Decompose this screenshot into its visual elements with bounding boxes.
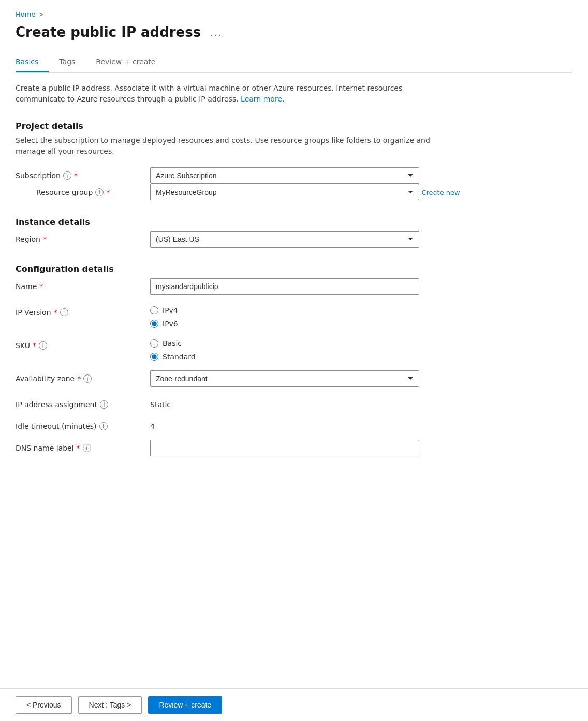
sku-basic-label: Basic: [163, 339, 182, 348]
idle-timeout-info-icon[interactable]: i: [99, 422, 108, 430]
name-control: [150, 278, 481, 295]
resource-group-select[interactable]: MyResourceGroup: [150, 184, 419, 200]
breadcrumb: Home >: [16, 10, 572, 18]
ellipsis-button[interactable]: ...: [207, 25, 225, 39]
page-title: Create public IP address: [16, 24, 201, 40]
dns-name-label-info-icon[interactable]: i: [83, 444, 91, 452]
subscription-label: Subscription i *: [16, 167, 150, 180]
dns-name-label-row: DNS name label * i: [16, 440, 481, 456]
ip-version-radio-group: IPv4 IPv6: [150, 304, 481, 328]
ip-version-ipv4-option[interactable]: IPv4: [150, 306, 481, 314]
ip-version-ipv6-radio[interactable]: [150, 320, 158, 328]
tab-basics[interactable]: Basics: [16, 52, 49, 72]
project-details-title: Project details: [16, 121, 572, 131]
name-row: Name *: [16, 278, 481, 295]
ip-address-assignment-row: IP address assignment i Static: [16, 396, 481, 409]
sku-control: Basic Standard: [150, 337, 481, 361]
ip-address-assignment-label: IP address assignment i: [16, 396, 150, 409]
idle-timeout-value: 4: [150, 418, 481, 430]
sku-info-icon[interactable]: i: [39, 341, 47, 350]
region-control: (US) East US: [150, 231, 481, 248]
dns-name-label-control: [150, 440, 481, 456]
ip-version-ipv6-label: IPv6: [163, 320, 178, 328]
sku-standard-option[interactable]: Standard: [150, 353, 481, 361]
ip-version-ipv6-option[interactable]: IPv6: [150, 320, 481, 328]
previous-button[interactable]: < Previous: [16, 696, 72, 714]
ip-version-ipv4-radio[interactable]: [150, 306, 158, 314]
page-description: Create a public IP address. Associate it…: [16, 83, 440, 105]
ip-address-assignment-info-icon[interactable]: i: [100, 400, 108, 409]
page-title-row: Create public IP address ...: [16, 24, 572, 40]
tabs-container: Basics Tags Review + create: [16, 52, 572, 73]
availability-zone-info-icon[interactable]: i: [83, 374, 92, 383]
resource-group-row: Resource group i * MyResourceGroup Creat…: [36, 184, 502, 200]
project-details-section: Project details Select the subscription …: [16, 121, 572, 200]
instance-details-title: Instance details: [16, 217, 572, 227]
resource-group-label: Resource group i *: [36, 184, 150, 196]
idle-timeout-label: Idle timeout (minutes) i: [16, 418, 150, 430]
home-link[interactable]: Home: [16, 10, 35, 18]
project-details-description: Select the subscription to manage deploy…: [16, 135, 440, 157]
sku-standard-radio[interactable]: [150, 353, 158, 361]
sku-label: SKU * i: [16, 337, 150, 350]
review-create-button[interactable]: Review + create: [148, 696, 222, 714]
sku-basic-radio[interactable]: [150, 339, 158, 348]
subscription-row: Subscription i * Azure Subscription: [16, 167, 481, 184]
create-new-link[interactable]: Create new: [421, 189, 460, 196]
resource-group-info-icon[interactable]: i: [95, 188, 104, 196]
region-row: Region * (US) East US: [16, 231, 481, 248]
sku-row: SKU * i Basic Standard: [16, 337, 481, 361]
ip-version-control: IPv4 IPv6: [150, 304, 481, 328]
subscription-info-icon[interactable]: i: [63, 171, 71, 180]
subscription-control: Azure Subscription: [150, 167, 481, 184]
availability-zone-label: Availability zone * i: [16, 370, 150, 383]
learn-more-link[interactable]: Learn more.: [241, 95, 284, 103]
name-label: Name *: [16, 278, 150, 291]
resource-group-control: MyResourceGroup Create new: [150, 184, 502, 200]
ip-address-assignment-static: Static: [150, 396, 481, 409]
subscription-select[interactable]: Azure Subscription: [150, 167, 419, 184]
sku-standard-label: Standard: [163, 353, 196, 361]
configuration-details-section: Configuration details Name * IP Version …: [16, 264, 572, 456]
dns-name-label-label: DNS name label * i: [16, 440, 150, 452]
dns-name-label-input[interactable]: [150, 440, 419, 456]
breadcrumb-separator: >: [38, 11, 43, 18]
ip-version-ipv4-label: IPv4: [163, 306, 178, 314]
name-input[interactable]: [150, 278, 419, 295]
region-label: Region *: [16, 231, 150, 243]
availability-zone-row: Availability zone * i Zone-redundant: [16, 370, 481, 387]
ip-version-row: IP Version * i IPv4 IPv6: [16, 304, 481, 328]
sku-basic-option[interactable]: Basic: [150, 339, 481, 348]
instance-details-section: Instance details Region * (US) East US: [16, 217, 572, 248]
idle-timeout-row: Idle timeout (minutes) i 4: [16, 418, 481, 430]
configuration-details-title: Configuration details: [16, 264, 572, 274]
tab-tags[interactable]: Tags: [59, 52, 85, 72]
ip-address-assignment-value: Static: [150, 396, 481, 409]
availability-zone-control: Zone-redundant: [150, 370, 481, 387]
footer: < Previous Next : Tags > Review + create: [0, 688, 588, 721]
tab-review-create[interactable]: Review + create: [96, 52, 166, 72]
sku-radio-group: Basic Standard: [150, 337, 481, 361]
availability-zone-select[interactable]: Zone-redundant: [150, 370, 419, 387]
idle-timeout-static: 4: [150, 418, 481, 430]
ip-version-info-icon[interactable]: i: [60, 308, 68, 316]
region-select[interactable]: (US) East US: [150, 231, 419, 248]
ip-version-label: IP Version * i: [16, 304, 150, 316]
next-tags-button[interactable]: Next : Tags >: [78, 696, 142, 714]
